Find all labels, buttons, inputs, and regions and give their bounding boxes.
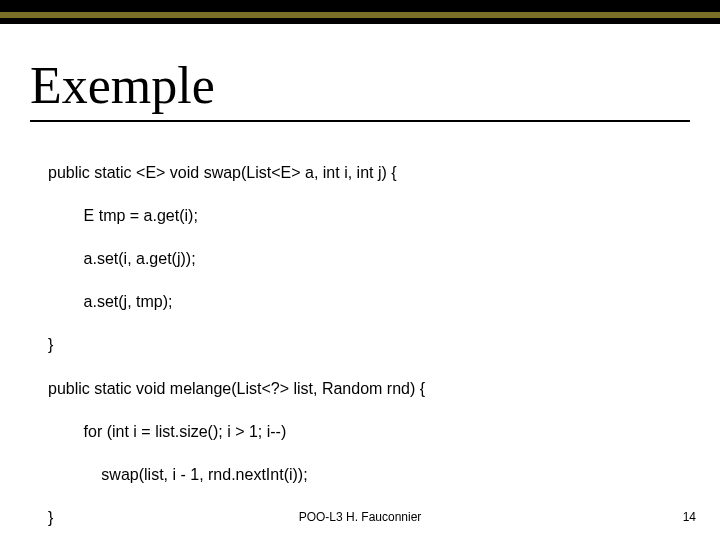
code-block: public static <E> void swap(List<E> a, i… <box>48 140 425 540</box>
code-line: } <box>48 334 425 356</box>
top-decorative-bars <box>0 0 720 24</box>
code-line: a.set(i, a.get(j)); <box>48 248 425 270</box>
code-line: public static void melange(List<?> list,… <box>48 378 425 400</box>
title-underline <box>30 120 690 122</box>
code-line: public static <E> void swap(List<E> a, i… <box>48 162 425 184</box>
page-number: 14 <box>683 510 696 524</box>
code-line: swap(list, i - 1, rnd.nextInt(i)); <box>48 464 425 486</box>
code-line: E tmp = a.get(i); <box>48 205 425 227</box>
code-line: for (int i = list.size(); i > 1; i--) <box>48 421 425 443</box>
slide-title: Exemple <box>30 56 215 115</box>
code-line: a.set(j, tmp); <box>48 291 425 313</box>
bar-black-bottom <box>0 18 720 24</box>
footer-text: POO-L3 H. Fauconnier <box>0 510 720 524</box>
bar-black-top <box>0 0 720 12</box>
